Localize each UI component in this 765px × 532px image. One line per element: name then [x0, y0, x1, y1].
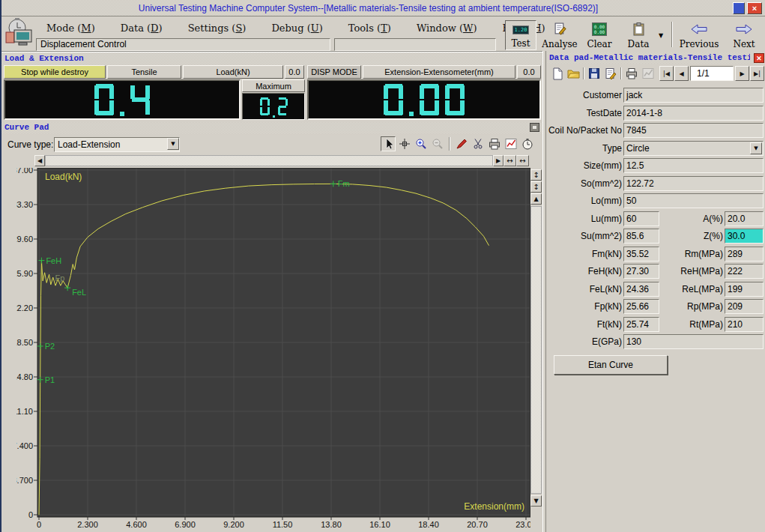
label-testdate: TestDate: [546, 108, 622, 118]
field-rel-mpa[interactable]: 199: [725, 282, 764, 297]
x-tick-label: 23.00: [515, 520, 530, 529]
scissors-tool-icon[interactable]: [471, 136, 486, 151]
curve-type-select[interactable]: Load-Extension ▼: [54, 137, 180, 152]
test-button[interactable]: 1.20 Test: [505, 20, 536, 50]
menu-item-data[interactable]: Data (D): [121, 22, 163, 34]
load-extension-chart[interactable]: 02.3004.6006.9009.20011.5013.8016.1018.4…: [16, 168, 530, 531]
field-size-mm[interactable]: 12.5: [623, 158, 764, 173]
analyse-button[interactable]: Analyse: [539, 20, 580, 50]
print-report-icon[interactable]: [624, 66, 639, 81]
label-a: A(%): [626, 214, 723, 224]
y-tick-label: 3.700: [16, 476, 33, 485]
field-testdate[interactable]: 2014-1-8: [623, 106, 764, 121]
label-customer: Customer: [546, 90, 622, 100]
close-button[interactable]: ×: [747, 2, 762, 14]
zoom-in-tool-icon[interactable]: [414, 136, 429, 151]
open-file-icon[interactable]: [566, 66, 581, 81]
scroll-right-icon[interactable]: ▶: [493, 155, 504, 166]
print-curve-icon[interactable]: [487, 136, 502, 151]
field-type[interactable]: Circle▼: [623, 141, 764, 156]
data-pad-panel: Data pad-Metallic materials-Tensile test…: [546, 51, 765, 532]
load-channel-button[interactable]: Load(kN): [183, 65, 283, 79]
seg-digit: [94, 84, 114, 115]
fit-all-width-icon[interactable]: ↔: [516, 155, 529, 166]
curve-pad-window-icon[interactable]: [530, 123, 539, 132]
field-reh-mpa[interactable]: 222: [725, 264, 764, 279]
extension-channel-button[interactable]: Extension-Extensometer(mm): [363, 65, 515, 79]
chart-ylabel: Load(kN): [45, 172, 82, 182]
vscroll-track[interactable]: [530, 206, 542, 494]
field-rm-mpa[interactable]: 289: [725, 247, 764, 262]
menu-item-window[interactable]: Window (W): [417, 22, 477, 34]
maximum-button[interactable]: Maximum: [242, 79, 305, 92]
scroll-up-icon[interactable]: ▲: [530, 193, 542, 205]
fit-height-icon[interactable]: ↕: [530, 169, 542, 181]
type-dropdown-icon[interactable]: ▼: [750, 142, 762, 154]
data-dropdown-arrow-icon[interactable]: ▼: [659, 32, 663, 39]
zoom-out-tool-icon[interactable]: [430, 136, 445, 151]
seg-dot: [273, 115, 275, 118]
y-tick-label: 29.60: [16, 235, 33, 244]
label-fp-kn: Fp(kN): [546, 301, 622, 312]
edit-record-icon[interactable]: [603, 66, 618, 81]
data-button[interactable]: Data: [620, 20, 656, 50]
field-rt-mpa[interactable]: 210: [725, 317, 764, 332]
fit-width-icon[interactable]: ↔: [504, 155, 516, 166]
curve-type-dropdown-icon[interactable]: ▼: [167, 138, 179, 150]
next-button[interactable]: Next: [725, 20, 763, 50]
save-icon[interactable]: [587, 66, 602, 81]
field-z[interactable]: 30.0: [725, 229, 764, 244]
cursor-tool-icon[interactable]: [381, 136, 396, 151]
data-pad-close-button[interactable]: ✕: [754, 53, 764, 63]
chart-tool-icon[interactable]: [504, 136, 518, 151]
disp-mode-button[interactable]: DISP MODE: [307, 65, 361, 79]
field-e-gpa[interactable]: 130: [623, 334, 764, 349]
y-tick-label: 33.30: [16, 200, 33, 209]
pen-tool-icon[interactable]: [454, 136, 469, 151]
fit-all-height-icon[interactable]: ↕: [530, 181, 542, 193]
x-tick-label: 0: [37, 520, 41, 529]
field-a[interactable]: 20.0: [725, 211, 764, 226]
stop-while-destroy-button[interactable]: Stop while destroy: [4, 65, 106, 79]
next-record-button[interactable]: ▶: [735, 66, 749, 81]
clear-button[interactable]: 0.000.00 Clear: [583, 20, 616, 50]
crosshair-tool-icon[interactable]: [397, 136, 412, 151]
field-coil-no-packet-no[interactable]: 7845: [623, 123, 764, 138]
label-fel-kn: FeL(kN): [546, 284, 622, 294]
curve-type-value: Load-Extension: [54, 137, 180, 152]
hscroll-track[interactable]: [45, 155, 493, 166]
last-record-button[interactable]: ▶|: [750, 66, 764, 81]
chart-vertical-scrollbar[interactable]: ↕ ↕ ▲ ▼: [530, 168, 542, 517]
previous-button[interactable]: Previous: [677, 20, 721, 50]
minimize-button[interactable]: [733, 2, 745, 14]
timer-tool-icon[interactable]: [520, 136, 535, 151]
etan-curve-button[interactable]: Etan Curve: [554, 355, 668, 375]
field-so-mm-2[interactable]: 122.72: [623, 176, 764, 191]
menu-item-tools[interactable]: Tools (T): [348, 22, 391, 34]
test-type-button[interactable]: Tensile: [107, 65, 181, 79]
form-row-lu-mm: Lu(mm)60A(%)20.0: [546, 211, 765, 229]
title-bar[interactable]: Universal Testing Machine Computer Syste…: [1, 0, 765, 16]
field-customer[interactable]: jack: [623, 88, 764, 103]
field-lo-mm[interactable]: 50: [623, 193, 764, 208]
menu-item-debug[interactable]: Debug (U): [271, 22, 322, 34]
form-row-e-gpa: E(GPa)130: [546, 333, 765, 351]
form-row-feh-kn: FeH(kN)27.30ReH(MPa)222: [546, 263, 765, 281]
curve-pad-title: Curve Pad: [1, 122, 49, 132]
menu-bar: Mode (M)Data (D)Settings (S)Debug (U)Too…: [46, 21, 571, 34]
previous-record-button[interactable]: ◀: [674, 66, 689, 81]
x-tick-label: 2.300: [77, 520, 98, 529]
menu-item-settings[interactable]: Settings (S): [188, 22, 247, 34]
report-chart-icon[interactable]: [641, 66, 656, 81]
new-record-icon[interactable]: [550, 66, 565, 81]
test-icon: 1.20: [512, 25, 530, 34]
scroll-down-icon[interactable]: ▼: [530, 495, 542, 507]
field-rp-mpa[interactable]: 209: [725, 299, 764, 314]
status-field-empty: [334, 38, 496, 51]
chart-horizontal-scrollbar[interactable]: ◀ ▶ ↔ ↔: [34, 155, 529, 166]
menu-item-mode[interactable]: Mode (M): [46, 22, 95, 34]
scroll-left-icon[interactable]: ◀: [34, 155, 45, 166]
y-tick-label: 25.90: [16, 269, 33, 278]
first-record-button[interactable]: |◀: [659, 66, 674, 81]
analyse-icon: [539, 22, 580, 36]
